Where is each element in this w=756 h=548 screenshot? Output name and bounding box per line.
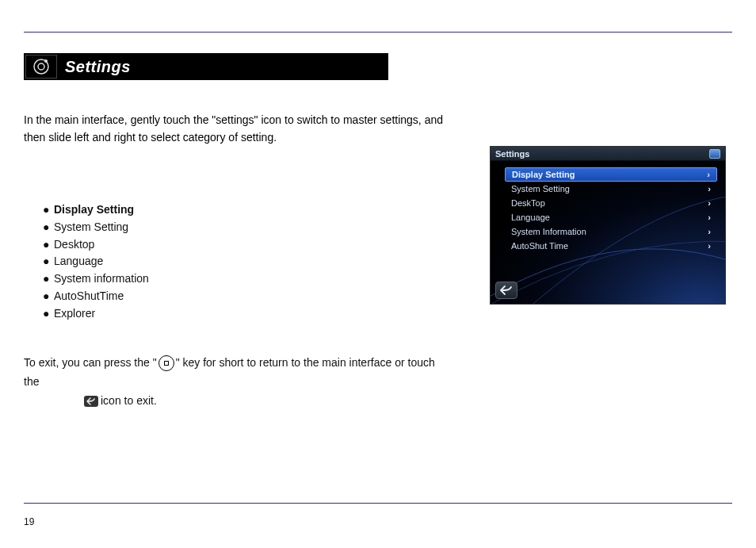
bullet-label: Language: [54, 253, 103, 270]
bullet-label: Display Setting: [54, 201, 134, 219]
screenshot-menu-label: Display Setting: [512, 170, 707, 179]
chevron-right-icon: ›: [707, 170, 710, 179]
screenshot-menu-label: AutoShut Time: [511, 241, 708, 251]
section-title: Settings: [59, 53, 388, 80]
bullet-dot-icon: ●: [43, 253, 51, 270]
device-screenshot: Settings Display Setting›System Setting›…: [490, 146, 726, 305]
exit-text-3: icon to exit.: [101, 394, 157, 407]
bullet-dot-icon: ●: [43, 219, 51, 236]
chevron-right-icon: ›: [708, 198, 711, 208]
chevron-right-icon: ›: [708, 227, 711, 236]
screenshot-menu-item[interactable]: DeskTop›: [505, 196, 717, 210]
page-number: 19: [24, 516, 34, 527]
section-header: Settings: [24, 53, 388, 80]
chevron-right-icon: ›: [708, 184, 711, 194]
screenshot-menu-item[interactable]: System Information›: [505, 224, 717, 239]
screenshot-menu-item[interactable]: AutoShut Time›: [505, 239, 717, 253]
bullet-dot-icon: ●: [43, 288, 51, 305]
svg-point-1: [38, 63, 44, 70]
screenshot-menu-item[interactable]: System Setting›: [505, 182, 717, 196]
bullet-item: ●Explorer: [43, 305, 732, 323]
intro-line-1: In the main interface, gently touch the …: [24, 113, 340, 126]
screenshot-back-button[interactable]: [495, 282, 517, 299]
close-icon[interactable]: [709, 149, 720, 159]
bullet-dot-icon: ●: [43, 270, 51, 288]
bullet-dot-icon: ●: [43, 236, 51, 254]
svg-point-2: [44, 59, 48, 63]
divider-top: [24, 32, 732, 33]
intro-text: In the main interface, gently touch the …: [24, 112, 452, 146]
screenshot-menu-label: Language: [511, 213, 708, 222]
screenshot-menu-item[interactable]: Display Setting›: [505, 167, 717, 182]
screenshot-title: Settings: [495, 149, 529, 159]
screenshot-menu-item[interactable]: Language›: [505, 210, 717, 224]
chevron-right-icon: ›: [708, 241, 711, 251]
bullet-dot-icon: ●: [43, 201, 51, 219]
exit-text-1: To exit, you can press the ": [24, 356, 157, 369]
bullet-label: Explorer: [54, 305, 95, 323]
screenshot-menu-label: DeskTop: [511, 198, 708, 208]
screenshot-menu-label: System Setting: [511, 184, 708, 194]
chevron-right-icon: ›: [708, 213, 711, 222]
settings-section-icon: [25, 55, 57, 79]
bullet-label: System Setting: [54, 219, 128, 236]
bullet-label: System information: [54, 270, 149, 288]
divider-bottom: [24, 503, 732, 504]
stop-button-icon: [158, 355, 174, 371]
screenshot-titlebar: Settings: [491, 147, 725, 161]
bullet-dot-icon: ●: [43, 305, 51, 323]
exit-paragraph: To exit, you can press the "" key for sh…: [24, 354, 452, 410]
back-arrow-icon: [84, 396, 98, 407]
screenshot-menu: Display Setting›System Setting›DeskTop›L…: [505, 167, 717, 253]
bullet-label: Desktop: [54, 236, 94, 254]
bullet-label: AutoShutTime: [54, 288, 124, 305]
screenshot-menu-label: System Information: [511, 227, 708, 236]
